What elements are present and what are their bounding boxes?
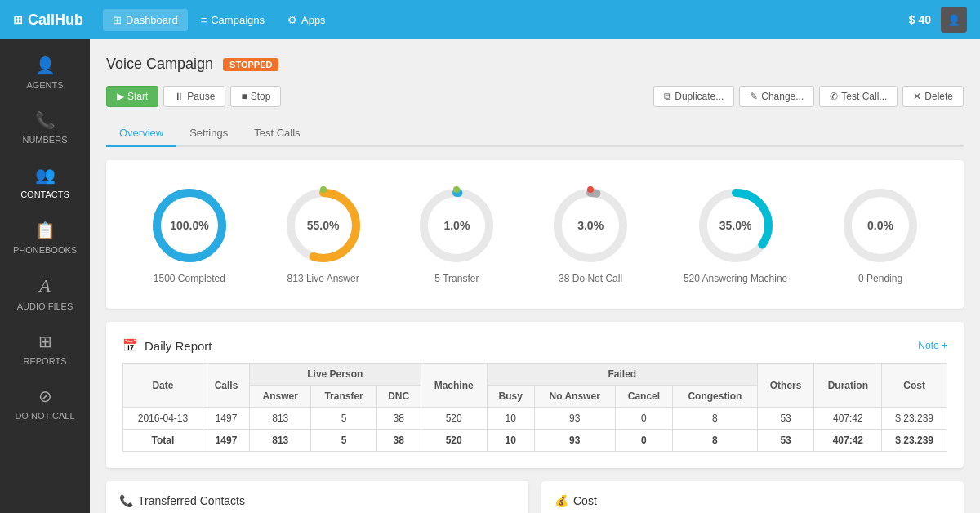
numbers-icon: 📞 [35, 110, 56, 130]
logo: ⊞ CallHub [13, 11, 83, 29]
row-duration: 407:42 [814, 408, 882, 430]
nav-right: $ 40 👤 [909, 7, 967, 33]
sidebar-item-audio-files[interactable]: A Audio Files [0, 265, 90, 322]
reports-label: Reports [24, 356, 67, 367]
daily-report-table: Date Calls Live Person Machine Failed Ot… [122, 363, 947, 452]
donut-answering-machine: 35.0% [695, 185, 777, 266]
right-actions: ⧉ Duplicate... ✎ Change... ✆ Test Call..… [653, 86, 964, 107]
stat-dnc-label: 38 Do Not Call [559, 273, 622, 284]
nav-apps[interactable]: ⚙ Apps [278, 9, 336, 31]
transferred-contacts-header: 📞 Transferred Contacts [119, 494, 515, 507]
stop-button[interactable]: ■ Stop [230, 86, 281, 107]
pause-button[interactable]: ⏸ Pause [163, 86, 225, 107]
change-icon: ✎ [750, 91, 758, 102]
sidebar-item-phonebooks[interactable]: 📋 Phonebooks [0, 211, 90, 265]
main-layout: 👤 Agents 📞 Numbers 👥 Contacts 📋 Phoneboo… [0, 39, 980, 513]
pause-label: Pause [187, 91, 215, 102]
action-bar: ▶ Start ⏸ Pause ■ Stop ⧉ Duplicate... ✎ … [106, 86, 964, 107]
stat-answering-machine-percent: 35.0% [719, 219, 752, 232]
totals-row: Total 1497 813 5 38 520 10 93 0 8 53 407… [123, 430, 947, 452]
row-answer: 813 [250, 408, 311, 430]
test-call-button[interactable]: ✆ Test Call... [819, 86, 898, 107]
tab-overview[interactable]: Overview [106, 120, 176, 147]
donut-dnc: 3.0% [550, 185, 631, 266]
tab-settings[interactable]: Settings [176, 120, 241, 147]
delete-label: Delete [924, 91, 953, 102]
col-group-live-person: Live Person [250, 364, 421, 386]
agents-icon: 👤 [35, 56, 56, 75]
totals-cost: $ 23.239 [882, 430, 947, 452]
stat-completed: 100.0% 1500 Completed [149, 185, 230, 284]
dashboard-icon: ⊞ [113, 14, 122, 26]
stat-live-answer-label: 813 Live Answer [287, 273, 359, 284]
start-icon: ▶ [117, 91, 124, 102]
nav-dashboard[interactable]: ⊞ Dashboard [103, 9, 188, 31]
row-calls: 1497 [203, 408, 249, 430]
transferred-contacts-title: Transferred Contacts [138, 494, 245, 507]
top-nav: ⊞ CallHub ⊞ Dashboard ≡ Campaigns ⚙ Apps… [0, 0, 980, 39]
tab-test-calls-label: Test Calls [254, 127, 300, 139]
transferred-contacts-icon: 📞 [119, 494, 133, 507]
col-dnc: DNC [376, 386, 421, 408]
delete-button[interactable]: ✕ Delete [902, 86, 964, 107]
contacts-icon: 👥 [35, 165, 56, 185]
sidebar: 👤 Agents 📞 Numbers 👥 Contacts 📋 Phoneboo… [0, 39, 90, 513]
agents-label: Agents [26, 80, 63, 91]
col-date: Date [123, 364, 203, 408]
col-no-answer: No Answer [534, 386, 615, 408]
phonebooks-label: Phonebooks [13, 245, 77, 256]
row-no-answer: 93 [534, 408, 615, 430]
stop-icon: ■ [241, 91, 247, 102]
change-label: Change... [761, 91, 804, 102]
totals-dnc: 38 [376, 430, 421, 452]
duplicate-icon: ⧉ [664, 91, 671, 102]
calendar-icon: 📅 [122, 338, 138, 353]
change-button[interactable]: ✎ Change... [739, 86, 814, 107]
donut-pending: 0.0% [840, 185, 921, 266]
cost-icon: 💰 [555, 494, 568, 507]
col-transfer: Transfer [311, 386, 376, 408]
stats-row: 100.0% 1500 Completed 55.0% [122, 176, 947, 292]
sidebar-item-do-not-call[interactable]: ⊘ Do Not Call [0, 377, 90, 431]
sidebar-item-contacts[interactable]: 👥 Contacts [0, 155, 90, 210]
sidebar-item-numbers[interactable]: 📞 Numbers [0, 100, 90, 155]
tab-test-calls[interactable]: Test Calls [241, 120, 313, 147]
do-not-call-icon: ⊘ [38, 386, 52, 406]
page-title: Voice Campaign [106, 56, 213, 73]
cost-card: 💰 Cost [541, 481, 964, 513]
daily-report-header: 📅 Daily Report Note + [122, 338, 947, 353]
logo-text: CallHub [28, 11, 83, 29]
totals-congestion: 8 [673, 430, 758, 452]
transferred-contacts-card: 📞 Transferred Contacts [106, 481, 528, 513]
tabs: Overview Settings Test Calls [106, 120, 964, 147]
col-cancel: Cancel [615, 386, 672, 408]
main-content: Voice Campaign STOPPED ▶ Start ⏸ Pause ■… [90, 39, 980, 513]
user-avatar-button[interactable]: 👤 [941, 7, 967, 33]
bottom-row: 📞 Transferred Contacts 💰 Cost [106, 481, 964, 513]
totals-machine: 520 [421, 430, 487, 452]
col-busy: Busy [487, 386, 534, 408]
row-congestion: 8 [673, 408, 758, 430]
audio-files-label: Audio Files [17, 301, 73, 312]
stat-dnc-percent: 3.0% [577, 219, 604, 232]
col-machine: Machine [421, 364, 487, 408]
duplicate-button[interactable]: ⧉ Duplicate... [653, 86, 734, 107]
reports-icon: ⊞ [38, 332, 52, 351]
nav-links: ⊞ Dashboard ≡ Campaigns ⚙ Apps [103, 9, 909, 31]
start-button[interactable]: ▶ Start [106, 86, 158, 107]
stop-label: Stop [251, 91, 271, 102]
sidebar-item-reports[interactable]: ⊞ Reports [0, 322, 90, 377]
nav-apps-label: Apps [301, 14, 326, 26]
col-cost: Cost [882, 364, 947, 408]
sidebar-item-agents[interactable]: 👤 Agents [0, 46, 90, 100]
contacts-label: Contacts [20, 190, 69, 200]
row-machine: 520 [421, 408, 487, 430]
row-cost: $ 23.239 [882, 408, 947, 430]
nav-campaigns[interactable]: ≡ Campaigns [191, 9, 274, 31]
row-busy: 10 [487, 408, 534, 430]
test-call-icon: ✆ [830, 91, 838, 102]
totals-no-answer: 93 [534, 430, 615, 452]
note-link[interactable]: Note + [918, 340, 947, 351]
donut-completed: 100.0% [149, 185, 230, 266]
totals-label: Total [123, 430, 203, 452]
